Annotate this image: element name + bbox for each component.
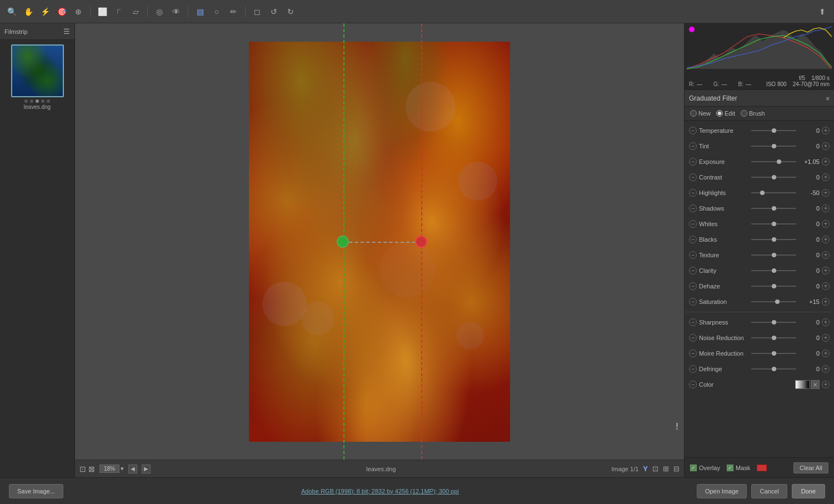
fit-screen-icon[interactable]: ⊡	[79, 465, 86, 473]
temperature-thumb[interactable]	[772, 128, 776, 133]
mask-checkbox[interactable]: ✓	[727, 465, 733, 471]
overlay-checkbox[interactable]: ✓	[690, 465, 697, 471]
spot-removal-tool-btn[interactable]: ◎	[152, 4, 167, 19]
saturation-minus-btn[interactable]: −	[689, 298, 697, 306]
y-icon[interactable]: Y	[643, 465, 648, 473]
contrast-track[interactable]	[751, 173, 796, 181]
filmstrip-item[interactable]: leaves.dng	[11, 44, 64, 110]
tint-plus-btn[interactable]: +	[822, 142, 830, 150]
targeted-adj-tool-btn[interactable]: ⊕	[71, 4, 86, 19]
grad-dot-green[interactable]	[337, 236, 349, 248]
export-icon[interactable]: ⬆	[815, 4, 830, 19]
settings-icon[interactable]: ⊟	[673, 465, 680, 473]
graduated-filter-tool-btn[interactable]: ▤	[193, 4, 207, 19]
clarity-thumb[interactable]	[772, 268, 776, 273]
red-eye-tool-btn[interactable]: 👁	[169, 4, 183, 19]
filmstrip-thumbnail[interactable]	[11, 44, 64, 97]
defringe-minus-btn[interactable]: −	[689, 365, 697, 373]
radio-new[interactable]: New	[690, 110, 711, 117]
texture-thumb[interactable]	[772, 253, 776, 257]
dehaze-track[interactable]	[751, 282, 796, 290]
whites-minus-btn[interactable]: −	[689, 220, 697, 228]
radio-brush[interactable]: Brush	[741, 110, 765, 117]
exposure-track[interactable]	[751, 158, 796, 166]
zoom-dropdown-icon[interactable]: ▾	[121, 465, 124, 472]
defringe-plus-btn[interactable]: +	[822, 365, 830, 373]
rating-dot-1[interactable]	[24, 99, 28, 103]
temperature-track[interactable]	[751, 127, 796, 134]
contrast-plus-btn[interactable]: +	[822, 173, 830, 181]
dehaze-plus-btn[interactable]: +	[822, 282, 830, 290]
forward-tool-btn[interactable]: ↻	[283, 4, 298, 19]
dehaze-minus-btn[interactable]: −	[689, 282, 697, 290]
clarity-track[interactable]	[751, 267, 796, 275]
rating-dot-3[interactable]	[36, 99, 39, 103]
mask-checkbox-wrap[interactable]: ✓ Mask	[727, 465, 750, 471]
shadows-thumb[interactable]	[772, 206, 776, 211]
moire-reduction-plus-btn[interactable]: +	[822, 350, 830, 357]
snap-tool-btn[interactable]: ◻	[250, 4, 264, 19]
highlights-plus-btn[interactable]: +	[822, 189, 830, 197]
highlights-minus-btn[interactable]: −	[689, 189, 697, 197]
blacks-thumb[interactable]	[772, 237, 776, 242]
crop-tool-btn[interactable]: ⬜	[95, 4, 109, 19]
reset-tool-btn[interactable]: ↺	[267, 4, 281, 19]
saturation-plus-btn[interactable]: +	[822, 298, 830, 306]
clear-all-button[interactable]: Clear All	[793, 462, 828, 473]
straighten-tool-btn[interactable]: ⟌	[112, 4, 126, 19]
zoom-tool-btn[interactable]: 🔍	[4, 4, 19, 19]
filmstrip-menu-icon[interactable]: ☰	[63, 27, 70, 36]
highlights-track[interactable]	[751, 189, 796, 197]
blacks-track[interactable]	[751, 236, 796, 243]
noise-reduction-thumb[interactable]	[772, 336, 776, 340]
overlay-checkbox-wrap[interactable]: ✓ Overlay	[690, 465, 720, 471]
clarity-plus-btn[interactable]: +	[822, 267, 830, 275]
whites-plus-btn[interactable]: +	[822, 220, 830, 228]
rating-dot-2[interactable]	[30, 99, 33, 103]
rating-dot-5[interactable]	[47, 99, 50, 103]
exposure-thumb[interactable]	[777, 159, 781, 164]
noise-reduction-track[interactable]	[751, 334, 796, 342]
defringe-thumb[interactable]	[772, 367, 776, 371]
color-plus-btn[interactable]: +	[822, 381, 830, 388]
open-image-button[interactable]: Open Image	[697, 484, 747, 498]
blacks-minus-btn[interactable]: −	[689, 236, 697, 243]
color-sampler-tool-btn[interactable]: 🎯	[54, 4, 69, 19]
radio-edit[interactable]: Edit	[716, 110, 735, 117]
sharpness-thumb[interactable]	[772, 320, 776, 325]
sharpness-minus-btn[interactable]: −	[689, 318, 697, 326]
shadows-track[interactable]	[751, 204, 796, 212]
blacks-plus-btn[interactable]: +	[822, 236, 830, 243]
grad-dot-red[interactable]	[415, 236, 427, 248]
fill-screen-icon[interactable]: ⊠	[88, 465, 95, 473]
texture-track[interactable]	[751, 251, 796, 259]
panel-menu-icon[interactable]: ≡	[826, 95, 830, 102]
exposure-plus-btn[interactable]: +	[822, 158, 830, 166]
white-balance-tool-btn[interactable]: ⚡	[38, 4, 52, 19]
clipping-indicator-highlight[interactable]	[689, 27, 695, 32]
sharpness-track[interactable]	[751, 318, 796, 326]
exposure-minus-btn[interactable]: −	[689, 158, 697, 166]
texture-minus-btn[interactable]: −	[689, 251, 697, 259]
moire-reduction-track[interactable]	[751, 350, 796, 357]
defringe-track[interactable]	[751, 365, 796, 373]
tint-track[interactable]	[751, 142, 796, 150]
noise-reduction-plus-btn[interactable]: +	[822, 334, 830, 342]
saturation-thumb[interactable]	[775, 300, 780, 304]
saturation-track[interactable]	[751, 298, 796, 306]
image-container[interactable]	[249, 42, 510, 442]
temperature-plus-btn[interactable]: +	[822, 127, 830, 134]
temperature-minus-btn[interactable]: −	[689, 127, 697, 134]
shadows-plus-btn[interactable]: +	[822, 204, 830, 212]
color-x-icon[interactable]: ✕	[811, 380, 820, 389]
zoom-value[interactable]: 18%	[99, 465, 119, 473]
highlights-thumb[interactable]	[760, 191, 765, 195]
tint-thumb[interactable]	[772, 144, 776, 148]
moire-reduction-thumb[interactable]	[772, 351, 776, 356]
shadows-minus-btn[interactable]: −	[689, 204, 697, 212]
tint-minus-btn[interactable]: −	[689, 142, 697, 150]
noise-reduction-minus-btn[interactable]: −	[689, 334, 697, 342]
color-swatch-container[interactable]: ✕	[795, 380, 820, 389]
radial-filter-tool-btn[interactable]: ○	[209, 4, 224, 19]
mask-color-swatch[interactable]	[757, 465, 767, 471]
